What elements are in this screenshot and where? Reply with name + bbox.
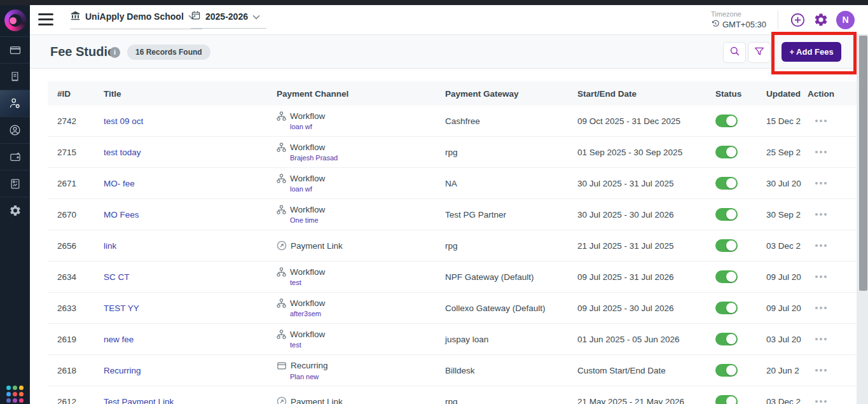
more-options-icon[interactable] — [808, 369, 846, 372]
channel-sub[interactable]: Plan new — [290, 373, 445, 380]
more-options-icon[interactable] — [808, 182, 846, 185]
header-divider — [778, 10, 778, 29]
status-toggle[interactable] — [715, 302, 738, 314]
status-toggle[interactable] — [715, 364, 738, 377]
fee-title-link[interactable]: link — [104, 241, 116, 251]
channel-sub[interactable]: after3sem — [290, 310, 445, 317]
table-row: 2742 test 09 oct Workflow loan wf Cashfr… — [48, 106, 857, 137]
status-toggle[interactable] — [715, 333, 738, 345]
fee-title-link[interactable]: MO Fees — [104, 210, 139, 219]
col-header-updated: Updated — [766, 89, 808, 99]
more-options-icon[interactable] — [808, 120, 846, 122]
payment-link-icon — [277, 396, 287, 404]
info-icon[interactable]: i — [109, 47, 120, 58]
sidebar-item-cards[interactable] — [0, 36, 30, 63]
table-row: 2619 new fee Workflow test juspay loan 0… — [48, 324, 857, 355]
updated-date: 09 Jul 20 — [766, 303, 808, 313]
hamburger-menu-icon[interactable] — [38, 13, 53, 25]
fee-title-link[interactable]: new fee — [104, 335, 134, 344]
status-toggle[interactable] — [715, 208, 738, 221]
receipt-icon — [9, 71, 21, 83]
status-toggle[interactable] — [715, 239, 738, 252]
table-row: 2612 Test Payment Link Payment Link rpg … — [48, 386, 857, 404]
timezone-label: Timezone — [711, 10, 766, 18]
fee-title-link[interactable]: TEST YY — [104, 303, 139, 313]
gear-icon — [9, 204, 22, 217]
payment-gateway: rpg — [445, 148, 577, 157]
add-circle-icon[interactable] — [789, 11, 806, 28]
date-range: 30 Jul 2025 - 31 Jul 2025 — [577, 179, 715, 188]
channel-sub[interactable]: loan wf — [290, 185, 445, 193]
more-options-icon[interactable] — [808, 151, 846, 153]
date-range: 21 May 2025 - 21 May 2026 — [577, 397, 715, 404]
status-cell — [715, 115, 766, 127]
more-options-icon[interactable] — [808, 338, 846, 340]
channel-sub[interactable]: test — [290, 279, 445, 286]
person-gear-icon — [8, 97, 22, 110]
more-options-icon[interactable] — [808, 213, 846, 216]
sidebar-item-receipts[interactable] — [0, 63, 30, 90]
status-cell — [715, 146, 766, 158]
channel-sub[interactable]: test — [290, 341, 445, 349]
channel-sub[interactable]: loan wf — [290, 123, 445, 130]
fee-title-link[interactable]: SC CT — [104, 272, 130, 282]
status-toggle[interactable] — [715, 177, 738, 190]
sidebar-item-students[interactable] — [0, 116, 30, 143]
updated-date: 15 Dec 2 — [766, 116, 808, 126]
workflow-icon — [277, 267, 286, 277]
status-toggle[interactable] — [715, 395, 738, 404]
workflow-icon — [277, 205, 286, 214]
more-options-icon[interactable] — [808, 307, 846, 309]
apps-launcher[interactable] — [0, 379, 30, 404]
sidebar-item-settings[interactable] — [0, 197, 30, 223]
fee-title-link[interactable]: Recurring — [104, 366, 141, 375]
wallet-icon — [9, 151, 22, 164]
sidebar-item-reports[interactable] — [0, 170, 30, 197]
table-body: 2742 test 09 oct Workflow loan wf Cashfr… — [48, 106, 857, 404]
action-cell — [808, 369, 846, 372]
payment-channel-cell: Workflow One time — [277, 205, 445, 224]
fee-title-link[interactable]: test 09 oct — [104, 116, 143, 126]
payment-channel-cell: Payment Link — [277, 396, 445, 404]
more-options-icon[interactable] — [808, 275, 846, 278]
add-fees-button[interactable]: + Add Fees — [782, 42, 841, 62]
channel-sub[interactable]: One time — [290, 216, 445, 224]
col-header-id: #ID — [57, 89, 104, 99]
vertical-scrollbar — [857, 35, 868, 404]
fee-title-link[interactable]: MO- fee — [104, 179, 135, 188]
user-avatar[interactable]: N — [836, 11, 855, 29]
channel-sub[interactable]: Brajesh Prasad — [290, 154, 445, 162]
settings-gear-icon[interactable] — [813, 11, 829, 28]
sidebar-item-admissions[interactable] — [0, 90, 30, 116]
filter-button[interactable] — [748, 42, 771, 63]
status-toggle[interactable] — [715, 146, 738, 158]
search-button[interactable] — [723, 42, 746, 63]
status-cell — [715, 270, 766, 283]
table-row: 2670 MO Fees Workflow One time Test PG P… — [48, 199, 857, 230]
fee-title-link[interactable]: Test Payment Link — [104, 397, 174, 404]
payment-channel-cell: Recurring Plan new — [277, 361, 445, 380]
session-selector[interactable]: 2025-2026 — [191, 10, 266, 29]
status-toggle[interactable] — [715, 115, 738, 127]
scrollbar-thumb[interactable] — [859, 36, 867, 291]
payment-channel-cell: Workflow after3sem — [277, 298, 445, 317]
fee-id: 2715 — [57, 148, 104, 157]
payment-gateway: juspay loan — [445, 335, 577, 344]
table-row: 2633 TEST YY Workflow after3sem Collexo … — [48, 293, 857, 324]
updated-date: 09 Jul 20 — [766, 272, 808, 282]
action-cell — [808, 338, 846, 340]
more-options-icon[interactable] — [808, 244, 846, 247]
channel-label: Workflow — [290, 267, 325, 277]
more-options-icon[interactable] — [808, 400, 846, 403]
sidebar — [0, 5, 30, 404]
payment-channel-cell: Workflow test — [277, 267, 445, 286]
fees-table: #ID Title Payment Channel Payment Gatewa… — [48, 81, 857, 404]
sidebar-item-wallet[interactable] — [0, 143, 30, 170]
status-toggle[interactable] — [715, 270, 738, 283]
payment-channel-cell: Workflow test — [277, 330, 445, 349]
school-selector[interactable]: UniApply Demo School — [70, 10, 202, 29]
updated-date: 03 Dec 2 — [766, 397, 808, 404]
fee-title-link[interactable]: test today — [104, 148, 141, 157]
updated-date: 03 Jul 20 — [766, 335, 808, 344]
action-cell — [808, 182, 846, 185]
